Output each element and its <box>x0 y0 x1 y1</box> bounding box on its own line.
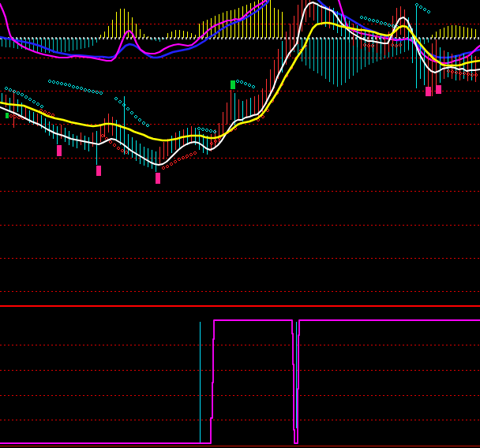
pink-signal-box <box>436 85 441 94</box>
pink-signal-box <box>426 87 431 96</box>
grid-dotted-lines <box>0 24 480 420</box>
price-chart <box>0 0 480 172</box>
signal-square-wave <box>0 320 480 443</box>
green-signal-box <box>231 80 235 89</box>
chart-canvas[interactable] <box>0 0 480 448</box>
trading-chart-window <box>0 0 480 448</box>
signal-panel <box>0 320 480 446</box>
green-signal-box <box>6 113 9 118</box>
pink-signal-box <box>57 145 62 156</box>
pink-signal-box <box>96 166 101 176</box>
pink-signal-box <box>156 173 160 184</box>
